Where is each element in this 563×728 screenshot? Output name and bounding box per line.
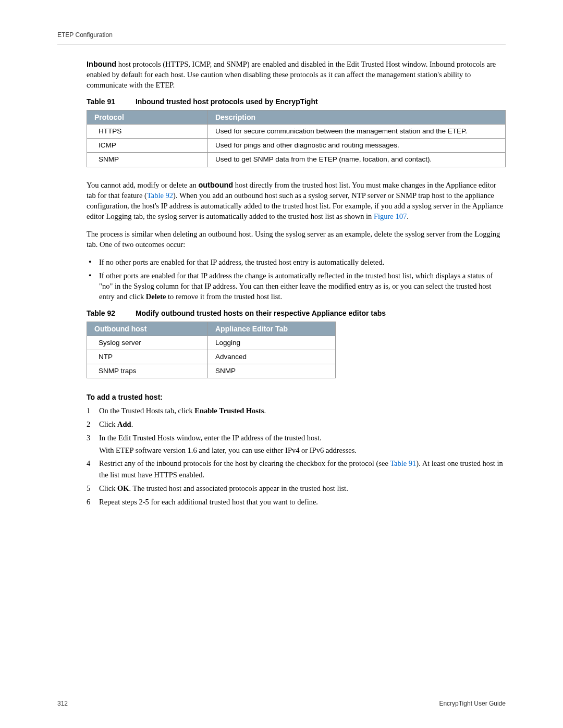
table-91-label: Table 91 <box>87 97 133 106</box>
outcomes-list: If no other ports are enabled for that I… <box>87 257 506 302</box>
table-cell: Advanced <box>208 350 336 364</box>
para2-pre: You cannot add, modify or delete an <box>87 181 198 189</box>
table-cell: NTP <box>87 350 208 364</box>
table-header: Appliance Editor Tab <box>208 322 336 336</box>
table-91-link[interactable]: Table 91 <box>390 459 416 467</box>
step-4-pre: Restrict any of the inbound protocols fo… <box>99 459 390 467</box>
table-row: ICMP Used for pings and other diagnostic… <box>87 139 506 153</box>
procedure-title: To add a trusted host: <box>87 393 506 401</box>
table-row: SNMP traps SNMP <box>87 364 336 378</box>
table-91: Protocol Description HTTPS Used for secu… <box>87 110 506 167</box>
table-cell: Syslog server <box>87 336 208 350</box>
table-header: Description <box>208 110 506 125</box>
table-cell: Used to get SNMP data from the ETEP (nam… <box>208 153 506 167</box>
table-cell: SNMP <box>208 364 336 378</box>
step-3-line2: With ETEP software version 1.6 and later… <box>99 445 506 456</box>
table-row: Protocol Description <box>87 110 506 125</box>
table-row: NTP Advanced <box>87 350 336 364</box>
table-91-caption: Table 91 Inbound trusted host protocols … <box>87 97 506 106</box>
step-3-line1: In the Edit Trusted Hosts window, enter … <box>99 434 322 442</box>
table-cell: Used for secure communication between th… <box>208 125 506 139</box>
list-item: If other ports are enabled for that IP a… <box>87 270 506 302</box>
header-title: ETEP Configuration <box>57 31 113 39</box>
para2-post: . <box>407 212 409 220</box>
page-content: Inbound host protocols (HTTPS, ICMP, and… <box>57 59 506 508</box>
table-row: HTTPS Used for secure communication betw… <box>87 125 506 139</box>
step-2-pre: Click <box>99 420 117 428</box>
figure-107-link[interactable]: Figure 107 <box>374 212 407 220</box>
list-item: Restrict any of the inbound protocols fo… <box>87 458 506 481</box>
table-cell: Used for pings and other diagnostic and … <box>208 139 506 153</box>
step-2-post: . <box>131 420 133 428</box>
step-1-pre: On the Trusted Hosts tab, click <box>99 406 194 415</box>
list-item: Repeat steps 2-5 for each additional tru… <box>87 497 506 508</box>
delete-outbound-paragraph: The process is similar when deleting an … <box>87 229 506 250</box>
table-cell: ICMP <box>87 139 208 153</box>
table-92-link[interactable]: Table 92 <box>147 191 173 200</box>
list-item: Click OK. The trusted host and associate… <box>87 483 506 495</box>
step-5-bold: OK <box>117 484 129 492</box>
table-cell: SNMP <box>87 153 208 167</box>
table-92-label: Table 92 <box>87 309 133 317</box>
guide-name: EncrypTight User Guide <box>439 700 506 707</box>
table-row: Syslog server Logging <box>87 336 336 350</box>
outbound-paragraph: You cannot add, modify or delete an outb… <box>87 180 506 221</box>
table-header: Outbound host <box>87 322 208 336</box>
bullet-2-post: to remove it from the trusted host list. <box>166 292 282 301</box>
step-5-post: . The trusted host and associated protoc… <box>129 484 348 492</box>
step-5-pre: Click <box>99 484 117 492</box>
table-cell: Logging <box>208 336 336 350</box>
table-92-title: Modify outbound trusted hosts on their r… <box>136 309 386 317</box>
list-item: On the Trusted Hosts tab, click Enable T… <box>87 405 506 417</box>
bullet-1-text: If no other ports are enabled for that I… <box>99 258 384 266</box>
table-row: SNMP Used to get SNMP data from the ETEP… <box>87 153 506 167</box>
page-footer: 312 EncrypTight User Guide <box>57 700 506 707</box>
table-header: Protocol <box>87 110 208 125</box>
list-item: In the Edit Trusted Hosts window, enter … <box>87 433 506 456</box>
list-item: Click Add. <box>87 419 506 430</box>
delete-bold: Delete <box>146 292 166 301</box>
table-91-title: Inbound trusted host protocols used by E… <box>136 97 318 106</box>
table-cell: SNMP traps <box>87 364 208 378</box>
step-1-post: . <box>264 406 266 415</box>
table-92: Outbound host Appliance Editor Tab Syslo… <box>87 322 336 379</box>
table-92-caption: Table 92 Modify outbound trusted hosts o… <box>87 309 506 317</box>
step-6-text: Repeat steps 2-5 for each additional tru… <box>99 498 318 506</box>
page-number: 312 <box>57 700 68 707</box>
procedure-steps: On the Trusted Hosts tab, click Enable T… <box>87 405 506 508</box>
inbound-label: Inbound <box>87 60 116 68</box>
table-row: Outbound host Appliance Editor Tab <box>87 322 336 336</box>
outbound-label: outbound <box>198 181 233 189</box>
step-2-bold: Add <box>117 420 131 428</box>
table-cell: HTTPS <box>87 125 208 139</box>
intro-paragraph: Inbound host protocols (HTTPS, ICMP, and… <box>87 59 506 90</box>
page-header: ETEP Configuration <box>57 31 506 44</box>
list-item: If no other ports are enabled for that I… <box>87 257 506 267</box>
step-1-bold: Enable Trusted Hosts <box>194 406 264 415</box>
intro-text: host protocols (HTTPS, ICMP, and SNMP) a… <box>87 60 496 89</box>
